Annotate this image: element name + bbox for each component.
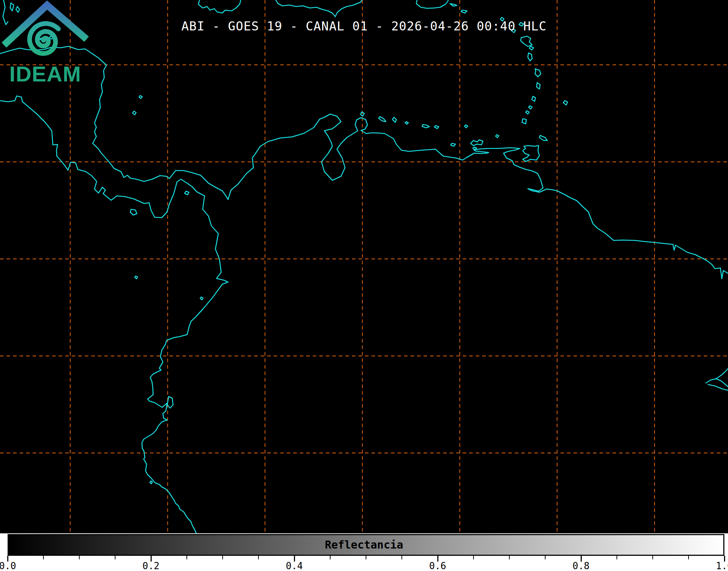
colorbar-minor-tick [186,556,187,559]
coastline-grid-layer [0,0,728,533]
dominica-island [528,53,532,61]
puerto-rico-coast [416,0,448,8]
trinidad-island [523,146,539,161]
colorbar-minor-tick [222,556,223,559]
colorbar-minor-tick [43,556,44,559]
colorbar-minor-tick [617,556,617,559]
puna-island [167,396,173,408]
product-title: ABI - GOES 19 - CANAL 01 - 2026-04-26 00… [0,19,728,33]
los-roques-island [422,125,429,128]
margarita-island [471,140,483,146]
grenadines-island-2 [526,111,529,114]
coche-island [473,147,477,150]
la-blanquilla-island [464,125,468,128]
malpelo-island [135,276,138,279]
vieques-island [450,4,457,6]
colorbar-minor-tick [258,556,259,559]
grenada-island [522,119,526,124]
amazon-estuary-3 [708,385,728,390]
colorbar-tick-label: 0.8 [573,560,590,571]
colorbar-title: Reflectancia [0,538,728,551]
colorbar-tick-label: 0.6 [429,560,446,571]
goes-satellite-product: { "header": { "title": "ABI - GOES 19 - … [0,0,728,571]
los-testigos-island [496,135,499,138]
san-andres-island [132,111,136,115]
providencia-island [139,96,142,98]
las-aves-island [405,122,408,124]
colorbar-tick-label: 0.4 [286,560,303,571]
jamaica-coast [198,0,241,13]
pearl-islands [185,191,189,195]
st-croix-island [461,10,467,13]
colorbar-minor-tick [366,556,366,559]
colorbar-minor-tick [79,556,80,559]
amazon-estuary-1 [706,369,728,383]
colorbar-minor-tick [473,556,474,559]
ideam-logo: IDEAM [0,0,91,85]
caribbean-mainland-coast [0,46,728,279]
colorbar-minor-tick [688,556,689,559]
barbados-island [563,101,568,105]
colorbar-minor-tick [509,556,510,559]
colorbar-tick-label: 1.0 [716,560,728,571]
colorbar-minor-tick [545,556,546,559]
martinique-island [535,69,541,77]
satellite-map-canvas: ABI - GOES 19 - CANAL 01 - 2026-04-26 00… [0,0,728,533]
colorbar-minor-tick [401,556,402,559]
amazon-estuary-2 [716,379,728,387]
logo-hurricane-spiral-icon [30,24,59,54]
curacao-island [379,117,386,122]
guadeloupe-island [521,36,532,46]
gorgona-island [200,297,203,300]
st-vincent-island [532,96,535,101]
la-orchila-island [434,126,439,129]
coiba-island [130,209,137,215]
colorbar-minor-tick [652,556,653,559]
colorbar-minor-tick [330,556,331,559]
sechura-islet [150,481,152,484]
tobago-island [539,135,547,140]
logo-wordmark: IDEAM [9,62,81,85]
st-lucia-island [536,83,540,89]
bonaire-island [392,117,396,122]
colorbar-panel: Reflectancia 0.00.20.40.60.81.0 [0,533,728,571]
colorbar-tick-label: 0.0 [0,560,16,571]
la-tortuga-island [451,143,455,146]
colorbar-minor-tick [115,556,115,559]
marie-galante-island [529,46,534,50]
grenadines-island-1 [529,106,532,109]
colorbar-tick-label: 0.2 [143,560,160,571]
hispaniola-coast [276,0,362,17]
